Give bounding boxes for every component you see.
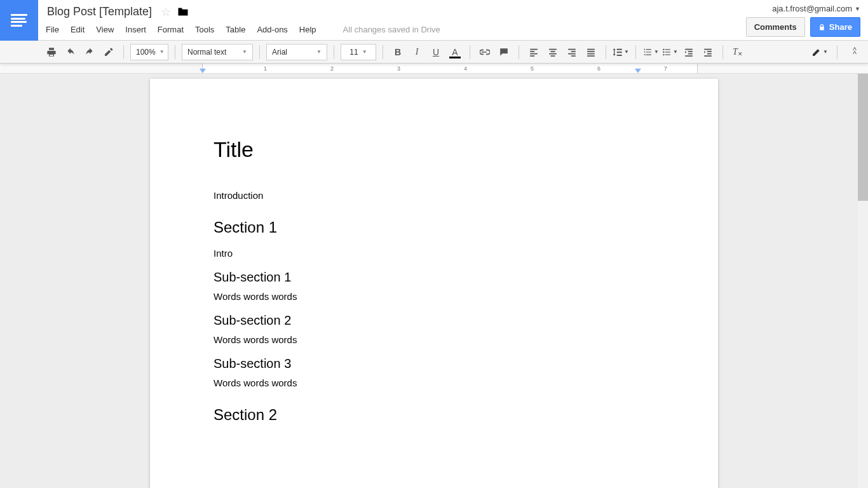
- subsection-1-body[interactable]: Words words words: [214, 291, 654, 302]
- menu-bar: File Edit View Insert Format Tools Table…: [44, 20, 868, 34]
- line-spacing-button[interactable]: ▼: [613, 44, 629, 60]
- docs-logo[interactable]: [0, 0, 38, 41]
- menu-view[interactable]: View: [96, 25, 114, 34]
- share-label: Share: [829, 22, 852, 32]
- ruler-tick: 7: [664, 65, 667, 72]
- text-color-button[interactable]: A: [447, 44, 463, 60]
- title-area: Blog Post [Template] ☆ File Edit View In…: [38, 0, 868, 34]
- ruler-tick: 5: [531, 65, 534, 72]
- numbered-list-button[interactable]: ▼: [642, 44, 659, 60]
- ruler: 1 2 3 4 5 6 7: [0, 64, 868, 74]
- section-1-heading[interactable]: Section 1: [214, 219, 654, 236]
- section-2-heading[interactable]: Section 2: [214, 406, 654, 424]
- menu-help[interactable]: Help: [299, 25, 316, 34]
- document-title[interactable]: Blog Post [Template]: [44, 4, 154, 20]
- page[interactable]: Title Introduction Section 1 Intro Sub-s…: [150, 79, 718, 488]
- subsection-1-heading[interactable]: Sub-section 1: [214, 270, 654, 285]
- svg-point-1: [663, 51, 664, 52]
- align-center-button[interactable]: [545, 44, 561, 60]
- svg-point-2: [663, 53, 664, 55]
- subsection-2-heading[interactable]: Sub-section 2: [214, 313, 654, 328]
- ruler-tick: 2: [330, 65, 334, 72]
- subsection-2-body[interactable]: Words words words: [214, 334, 654, 345]
- redo-button[interactable]: [81, 44, 98, 60]
- vertical-scrollbar[interactable]: [858, 74, 868, 488]
- folder-icon[interactable]: [177, 7, 189, 17]
- collapse-toolbar-button[interactable]: ^^: [846, 44, 863, 60]
- user-account[interactable]: aja.t.frost@gmail.com ▼: [772, 4, 860, 13]
- menu-insert[interactable]: Insert: [125, 25, 146, 34]
- right-indent-marker[interactable]: [635, 69, 641, 73]
- italic-button[interactable]: I: [409, 44, 425, 60]
- underline-button[interactable]: U: [428, 44, 444, 60]
- subsection-3-body[interactable]: Words words words: [214, 377, 654, 388]
- print-button[interactable]: [43, 44, 60, 60]
- zoom-select[interactable]: 100%▼: [130, 44, 168, 60]
- svg-point-0: [663, 48, 664, 50]
- menu-file[interactable]: File: [46, 25, 59, 34]
- paint-format-button[interactable]: [100, 44, 117, 60]
- menu-table[interactable]: Table: [226, 25, 245, 34]
- clear-formatting-button[interactable]: T✕: [729, 44, 746, 60]
- bulleted-list-button[interactable]: ▼: [661, 44, 678, 60]
- insert-comment-button[interactable]: [496, 44, 512, 60]
- align-justify-button[interactable]: [583, 44, 599, 60]
- section-1-intro[interactable]: Intro: [214, 248, 654, 259]
- comments-button[interactable]: Comments: [746, 17, 805, 37]
- font-size-select[interactable]: 11▼: [341, 44, 376, 60]
- docs-logo-icon: [11, 14, 27, 27]
- menu-format[interactable]: Format: [158, 25, 184, 34]
- insert-link-button[interactable]: [477, 44, 493, 60]
- ruler-tick: 6: [597, 65, 600, 72]
- menu-tools[interactable]: Tools: [195, 25, 214, 34]
- menu-addons[interactable]: Add-ons: [257, 25, 287, 34]
- caret-down-icon: ▼: [855, 6, 860, 12]
- align-left-button[interactable]: [526, 44, 542, 60]
- user-email-text: aja.t.frost@gmail.com: [772, 4, 852, 13]
- scrollbar-thumb[interactable]: [858, 74, 868, 201]
- ruler-tick: 3: [397, 65, 400, 72]
- subsection-3-heading[interactable]: Sub-section 3: [214, 356, 654, 371]
- app-header: Blog Post [Template] ☆ File Edit View In…: [0, 0, 868, 41]
- left-indent-marker[interactable]: [200, 69, 206, 73]
- increase-indent-button[interactable]: [700, 44, 716, 60]
- doc-intro-text[interactable]: Introduction: [214, 190, 654, 201]
- menu-edit[interactable]: Edit: [71, 25, 85, 34]
- align-right-button[interactable]: [564, 44, 580, 60]
- doc-title-heading[interactable]: Title: [214, 137, 654, 162]
- font-select[interactable]: Arial▼: [266, 44, 327, 60]
- editing-mode-button[interactable]: ▼: [811, 44, 828, 60]
- lock-icon: [818, 24, 825, 31]
- decrease-indent-button[interactable]: [681, 44, 697, 60]
- ruler-tick: 4: [464, 65, 467, 72]
- star-icon[interactable]: ☆: [161, 5, 171, 19]
- header-right: aja.t.frost@gmail.com ▼ Comments Share: [746, 4, 860, 37]
- toolbar: 100%▼ Normal text▼ Arial▼ 11▼ B I U A ▼ …: [0, 41, 868, 64]
- save-status: All changes saved in Drive: [343, 25, 440, 34]
- document-canvas[interactable]: Title Introduction Section 1 Intro Sub-s…: [0, 74, 868, 488]
- bold-button[interactable]: B: [390, 44, 406, 60]
- share-button[interactable]: Share: [810, 17, 860, 37]
- ruler-tick: 1: [264, 65, 267, 72]
- paragraph-style-select[interactable]: Normal text▼: [182, 44, 253, 60]
- undo-button[interactable]: [62, 44, 79, 60]
